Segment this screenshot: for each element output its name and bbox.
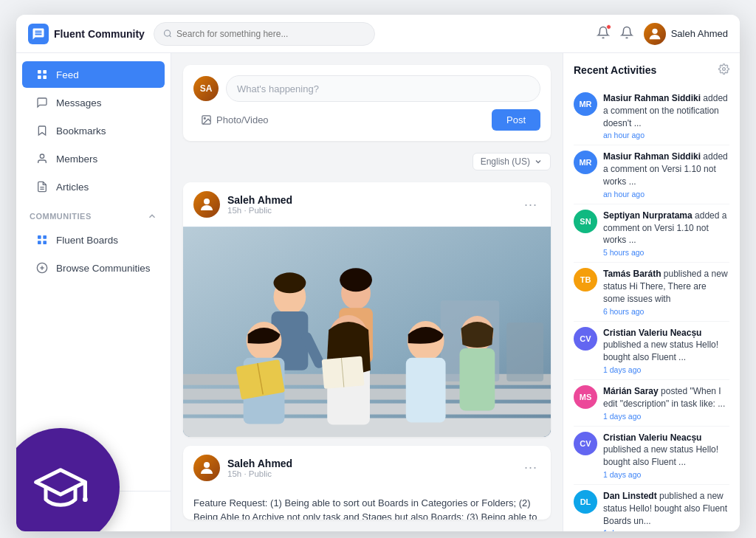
members-icon	[35, 152, 49, 165]
svg-rect-3	[43, 70, 47, 74]
activity-item: TB Tamás Baráth published a new status H…	[574, 263, 729, 321]
activity-avatar: DL	[574, 490, 597, 514]
svg-rect-9	[38, 235, 41, 239]
browse-communities-label: Browse Communities	[56, 263, 151, 274]
activity-item: MR Masiur Rahman Siddiki added a comment…	[574, 145, 729, 204]
svg-point-18	[204, 117, 205, 119]
bell-icon[interactable]	[620, 26, 633, 42]
activity-text: Masiur Rahman Siddiki added a comment on…	[603, 92, 729, 129]
activity-text: Masiur Rahman Siddiki added a comment on…	[603, 151, 729, 187]
search-input[interactable]	[176, 29, 365, 39]
members-label: Members	[56, 154, 97, 165]
chevron-down-icon	[534, 157, 543, 166]
svg-rect-26	[506, 323, 543, 382]
svg-rect-42	[406, 358, 446, 423]
logo-area: Fluent Community	[28, 24, 145, 44]
photo-icon	[201, 114, 212, 125]
svg-point-1	[652, 28, 657, 33]
activity-time: 1 days ago	[603, 528, 729, 531]
fluent-boards-icon	[35, 233, 49, 246]
logo-text: Fluent Community	[54, 28, 145, 40]
search-bar[interactable]	[154, 22, 375, 46]
post-more-button-1[interactable]: ···	[521, 194, 540, 215]
svg-point-6	[40, 154, 44, 158]
post-author-info-1: Saleh Ahmed 15h · Public	[227, 194, 514, 215]
post-avatar-1	[193, 191, 220, 218]
activity-text: Cristian Valeriu Neacșu published a new …	[603, 327, 729, 364]
svg-point-0	[164, 30, 170, 36]
language-row: English (US)	[183, 150, 551, 173]
activity-content: Masiur Rahman Siddiki added a comment on…	[603, 151, 729, 198]
photo-video-button[interactable]: Photo/Video	[193, 110, 276, 130]
header-right: Saleh Ahmed	[597, 23, 728, 45]
user-name: Saleh Ahmed	[671, 28, 728, 39]
svg-point-53	[204, 462, 210, 468]
app-window: Fluent Community	[16, 15, 740, 531]
post-more-button-2[interactable]: ···	[521, 457, 540, 478]
activity-avatar: MS	[574, 385, 597, 409]
activity-avatar: TB	[574, 268, 597, 292]
logout-icon	[35, 503, 49, 517]
svg-rect-12	[43, 241, 47, 244]
activity-time: 1 days ago	[603, 412, 729, 421]
post-button[interactable]: Post	[492, 109, 540, 131]
activity-content: Cristian Valeriu Neacșu published a new …	[603, 327, 729, 374]
activity-content: Dan Linstedt published a new status Hell…	[603, 490, 729, 531]
activity-content: Septiyan Nurpratama added a comment on V…	[603, 210, 729, 257]
activity-item: MS Márián Saray posted "When I edit "des…	[574, 380, 729, 427]
main-layout: Feed Messages Bookmarks	[16, 53, 740, 531]
sidebar-item-members[interactable]: Members	[22, 145, 165, 172]
post-header-2: Saleh Ahmed 15h · Public ···	[183, 446, 551, 490]
communities-section-header: COMMUNITIES	[16, 201, 171, 226]
post-author-name-1: Saleh Ahmed	[227, 194, 514, 206]
content-area: SA What's happening? Photo/Video Post	[171, 53, 563, 531]
post-card-1: Saleh Ahmed 15h · Public ···	[183, 182, 551, 437]
user-avatar	[644, 23, 666, 45]
sidebar-item-messages[interactable]: Messages	[22, 89, 165, 116]
svg-rect-10	[43, 235, 47, 239]
svg-point-54	[723, 68, 726, 71]
sidebar-item-fluent-boards[interactable]: Fluent Boards	[22, 227, 165, 253]
activity-avatar: CV	[574, 327, 597, 351]
activity-avatar: CV	[574, 432, 597, 455]
language-value: English (US)	[481, 156, 530, 167]
language-selector[interactable]: English (US)	[472, 153, 551, 170]
svg-rect-2	[38, 70, 41, 74]
activity-avatar: SN	[574, 210, 597, 233]
gear-icon[interactable]	[718, 63, 729, 77]
messages-icon	[35, 96, 49, 109]
bookmarks-icon	[35, 124, 49, 137]
activity-item: MR Masiur Rahman Siddiki added a comment…	[574, 87, 729, 145]
activity-content: Tamás Baráth published a new status Hi T…	[603, 268, 729, 315]
post-composer: SA What's happening? Photo/Video Post	[183, 65, 551, 141]
logout-label: Logout	[56, 505, 86, 516]
activity-text: Septiyan Nurpratama added a comment on V…	[603, 210, 729, 246]
header: Fluent Community	[16, 15, 740, 53]
sidebar-item-feed[interactable]: Feed	[22, 61, 165, 88]
sidebar-item-bookmarks[interactable]: Bookmarks	[22, 117, 165, 144]
composer-bottom: Photo/Video Post	[193, 109, 540, 131]
notification-icon[interactable]	[597, 26, 610, 42]
chevron-up-icon	[147, 211, 157, 221]
feed-label: Feed	[56, 69, 79, 80]
photo-video-label: Photo/Video	[216, 114, 269, 125]
svg-rect-44	[459, 348, 495, 411]
sidebar-item-browse-communities[interactable]: Browse Communities	[22, 255, 165, 281]
panel-header: Recent Activities	[574, 63, 729, 77]
activity-time: an hour ago	[603, 131, 729, 139]
composer-input[interactable]: What's happening?	[226, 75, 540, 102]
activity-item: DL Dan Linstedt published a new status H…	[574, 485, 729, 531]
user-info[interactable]: Saleh Ahmed	[644, 23, 728, 45]
bookmarks-label: Bookmarks	[56, 125, 106, 137]
activity-list: MR Masiur Rahman Siddiki added a comment…	[574, 87, 729, 531]
activity-text: Tamás Baráth published a new status Hi T…	[603, 268, 729, 305]
articles-label: Articles	[56, 182, 89, 193]
post-header-1: Saleh Ahmed 15h · Public ···	[183, 182, 551, 227]
sidebar-item-logout[interactable]: Logout	[22, 497, 165, 523]
composer-avatar: SA	[193, 76, 219, 101]
sidebar-item-articles[interactable]: Articles	[22, 173, 165, 200]
post-image-svg	[183, 227, 551, 437]
panel-title: Recent Activities	[574, 64, 656, 76]
activity-item: CV Cristian Valeriu Neacșu published a n…	[574, 322, 729, 380]
activity-avatar: MR	[574, 151, 597, 174]
